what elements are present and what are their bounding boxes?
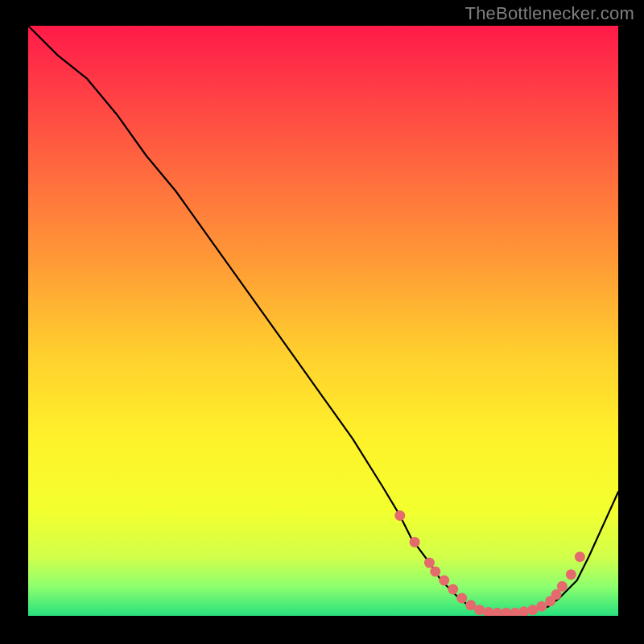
- data-marker: [557, 581, 568, 592]
- data-marker: [465, 600, 476, 610]
- data-marker: [430, 567, 440, 577]
- data-marker: [536, 601, 547, 612]
- data-marker: [575, 551, 585, 562]
- plot-area: [28, 26, 618, 616]
- data-marker: [410, 537, 420, 547]
- data-marker: [474, 605, 485, 615]
- data-marker: [456, 593, 467, 604]
- data-marker: [566, 569, 576, 580]
- attribution-label: TheBottlenecker.com: [465, 3, 634, 24]
- plot-svg: [28, 26, 618, 616]
- data-marker: [448, 584, 458, 595]
- chart-stage: TheBottlenecker.com: [0, 0, 644, 644]
- data-marker: [439, 576, 449, 586]
- data-marker: [394, 510, 405, 521]
- data-marker: [424, 558, 435, 568]
